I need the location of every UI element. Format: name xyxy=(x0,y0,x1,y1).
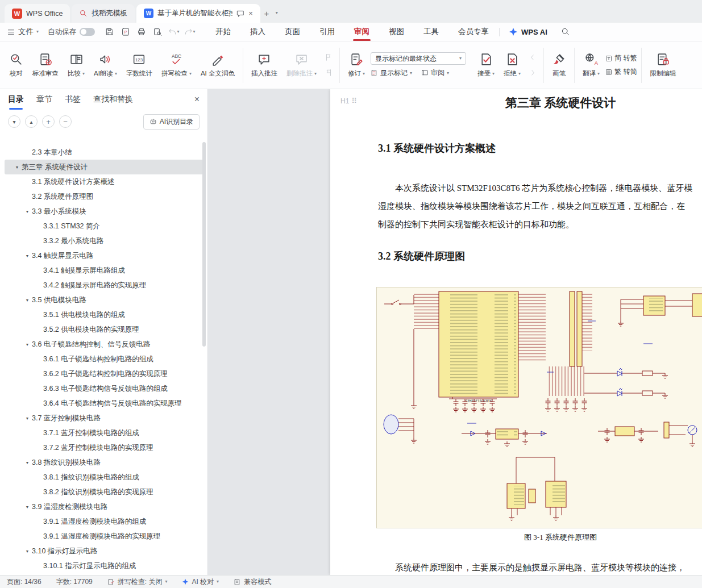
tab-reference[interactable]: 引用 xyxy=(318,23,336,41)
toc-item[interactable]: 3.5 供电模块电路 xyxy=(5,293,203,307)
sidebar-close-icon[interactable]: × xyxy=(194,94,200,105)
toc-item[interactable]: 3.4.2 触摸显示屏电路的实现原理 xyxy=(5,278,203,293)
toc-expand-arrow-icon[interactable] xyxy=(23,549,32,553)
toc-item[interactable]: 3.3.1 STM32 简介 xyxy=(5,219,203,233)
toc-item[interactable]: 3.6.1 电子锁匙结构控制电路的组成 xyxy=(5,352,203,366)
toc-expand-arrow-icon[interactable] xyxy=(23,505,32,509)
toc-expand-all-button[interactable]: ▾ xyxy=(8,115,20,128)
traditional-to-simplified-button[interactable]: 繁 转简 xyxy=(605,67,637,77)
toc-expand-arrow-icon[interactable] xyxy=(23,461,32,465)
toc-item[interactable]: 3.8.1 指纹识别模块电路的组成 xyxy=(5,470,203,485)
paragraph-line[interactable]: 湿度模块、指纹模块等模块围绕着该芯片工作，模块之间互联互通，互相配合，在 xyxy=(378,197,692,215)
toc-item[interactable]: 3.1 系统硬件设计方案概述 xyxy=(5,174,203,189)
toc-item[interactable]: 3.2 系统硬件原理图 xyxy=(5,189,203,204)
section-heading-3-1[interactable]: 3.1 系统硬件设计方案概述 xyxy=(378,141,496,155)
toc-item[interactable]: 3.4.1 触摸显示屏电路组成 xyxy=(5,263,203,278)
toc-zoom-out-button[interactable]: − xyxy=(59,115,72,128)
print-preview-button[interactable] xyxy=(151,25,164,39)
ai-polish-button[interactable]: AI 全文润色 xyxy=(197,49,238,81)
save-button[interactable] xyxy=(103,25,117,39)
schematic-figure[interactable]: STM32F103C8T6 xyxy=(376,287,702,528)
sidebar-tab-chapters[interactable]: 章节 xyxy=(36,89,52,110)
toc-item[interactable]: 3.10.1 指示灯显示电路的组成 xyxy=(5,558,203,573)
paragraph-line[interactable]: 本次系统设计以 STM32F103C8T6 芯片为系统核心控制器，继电器模块、蓝… xyxy=(378,179,692,197)
comment-bubble-icon[interactable] xyxy=(236,10,244,18)
word-count-indicator[interactable]: 字数: 17709 xyxy=(56,577,93,587)
toc-item[interactable]: 3.7.2 蓝牙控制模块电路的实现原理 xyxy=(5,440,203,455)
toc-item[interactable]: 第三章 系统硬件设计 xyxy=(5,160,203,174)
toc-item[interactable]: 3.3.2 最小系统电路 xyxy=(5,233,203,248)
proofread-button[interactable]: 校对 xyxy=(6,49,27,81)
wps-office-tab[interactable]: W WPS Office xyxy=(5,4,70,23)
toc-zoom-in-button[interactable]: + xyxy=(42,115,55,128)
file-menu-button[interactable]: 文件 ▾ xyxy=(7,27,39,37)
sidebar-tab-find-replace[interactable]: 查找和替换 xyxy=(93,89,133,110)
toc-item[interactable]: 3.6.4 电子锁匙结构信号反馈电路的实现原理 xyxy=(5,396,203,411)
tab-member[interactable]: 会员专享 xyxy=(457,23,490,41)
track-changes-button[interactable]: 修订▾ xyxy=(344,49,368,81)
document-tab[interactable]: W 基于单片机的智能衣柜控制... × xyxy=(136,4,260,23)
ink-brush-button[interactable]: 画笔 xyxy=(549,49,570,81)
toc-item[interactable]: 3.7 蓝牙控制模块电路 xyxy=(5,411,203,426)
previous-comment-button[interactable] xyxy=(323,52,334,62)
toc-item[interactable]: 3.6.3 电子锁匙结构信号反馈电路的组成 xyxy=(5,381,203,396)
next-revision-button[interactable] xyxy=(527,68,538,78)
toc-item[interactable]: 3.8.2 指纹识别模块电路的实现原理 xyxy=(5,485,203,499)
compare-button[interactable]: 比较▾ xyxy=(64,49,88,81)
previous-revision-button[interactable] xyxy=(527,52,538,62)
toc-item[interactable]: 3.6 电子锁匙结构控制、信号反馈电路 xyxy=(5,337,203,352)
toc-item[interactable]: 3.9.1 温湿度检测模块电路的组成 xyxy=(5,514,203,529)
sidebar-scrollbar-thumb[interactable] xyxy=(202,142,206,347)
redo-button[interactable]: ▾ xyxy=(182,25,196,39)
sidebar-tab-contents[interactable]: 目录 xyxy=(8,89,24,110)
show-markup-button[interactable]: 显示标记▾ xyxy=(371,68,412,78)
ai-proofread-status[interactable]: AI 校对▾ xyxy=(182,577,219,587)
toc-item[interactable]: 3.9 温湿度检测模块电路 xyxy=(5,499,203,514)
ai-recognize-toc-button[interactable]: AI识别目录 xyxy=(143,114,200,130)
tab-insert[interactable]: 插入 xyxy=(249,23,267,41)
document-page[interactable]: H1 ⠿ 第三章 系统硬件设计 3.1 系统硬件设计方案概述 本次系统设计以 S… xyxy=(330,89,702,575)
translate-button[interactable]: A 翻译▾ xyxy=(579,49,603,81)
toc-expand-arrow-icon[interactable] xyxy=(13,165,22,169)
toc-expand-arrow-icon[interactable] xyxy=(23,210,32,214)
standard-review-button[interactable]: 标准审查 xyxy=(29,49,62,81)
export-pdf-button[interactable]: P xyxy=(119,25,132,39)
toc-item[interactable]: 3.5.1 供电模块电路的组成 xyxy=(5,307,203,322)
tab-tools[interactable]: 工具 xyxy=(422,23,440,41)
toc-item[interactable]: 3.4 触摸屏显示电路 xyxy=(5,248,203,263)
toc-expand-arrow-icon[interactable] xyxy=(23,298,32,302)
template-search-tab[interactable]: 找稻壳模板 xyxy=(72,4,135,23)
chapter-title[interactable]: 第三章 系统硬件设计 xyxy=(330,95,702,111)
reject-revision-button[interactable]: 拒绝▾ xyxy=(500,49,524,81)
simplified-to-traditional-button[interactable]: 简 转繁 xyxy=(605,53,637,63)
toc-item[interactable]: 2.3 本章小结 xyxy=(5,145,203,160)
word-count-button[interactable]: 123 字数统计 xyxy=(123,49,156,81)
paragraph-line[interactable]: 系统硬件原理图中，主要展示的是触摸显示屏电路、蓝牙模块等模块的连接， xyxy=(378,558,685,575)
tab-review[interactable]: 审阅 xyxy=(353,23,371,41)
toc-item[interactable]: 3.3 最小系统模块 xyxy=(5,204,203,219)
tab-page[interactable]: 页面 xyxy=(284,23,301,41)
autosave-toggle[interactable] xyxy=(80,28,95,36)
insert-comment-button[interactable]: 插入批注 xyxy=(248,49,281,81)
tab-home[interactable]: 开始 xyxy=(214,23,232,41)
toc-item[interactable]: 3.9.1 温湿度检测模块电路的实现原理 xyxy=(5,529,203,544)
toc-item[interactable]: 3.6.2 电子锁匙结构控制电路的实现原理 xyxy=(5,366,203,381)
new-tab-button[interactable]: + xyxy=(260,7,273,19)
page-indicator[interactable]: 页面: 14/36 xyxy=(7,577,41,587)
toc-collapse-all-button[interactable]: ▴ xyxy=(25,115,38,128)
wps-ai-button[interactable]: WPS AI xyxy=(509,27,547,36)
tab-list-dropdown-icon[interactable]: ▾ xyxy=(273,7,281,19)
paragraph-line[interactable]: 制器的控制下共同实现智能衣柜设计的目标和功能。 xyxy=(378,215,692,233)
toc-expand-arrow-icon[interactable] xyxy=(23,343,32,347)
toc-item[interactable]: 3.8 指纹识别模块电路 xyxy=(5,455,203,470)
toc-item[interactable]: 3.7.1 蓝牙控制模块电路的组成 xyxy=(5,426,203,440)
paragraph-3-1[interactable]: 本次系统设计以 STM32F103C8T6 芯片为系统核心控制器，继电器模块、蓝… xyxy=(378,179,692,233)
accept-revision-button[interactable]: 接受▾ xyxy=(474,49,498,81)
search-button[interactable] xyxy=(559,25,572,39)
undo-button[interactable]: ▾ xyxy=(167,25,180,39)
review-pane-button[interactable]: 审阅▾ xyxy=(421,68,449,78)
close-tab-icon[interactable]: × xyxy=(248,10,253,17)
tab-view[interactable]: 视图 xyxy=(388,23,405,41)
delete-comment-button[interactable]: 删除批注▾ xyxy=(283,49,320,81)
markup-state-select[interactable]: 显示标记的最终状态▾ xyxy=(371,52,466,65)
